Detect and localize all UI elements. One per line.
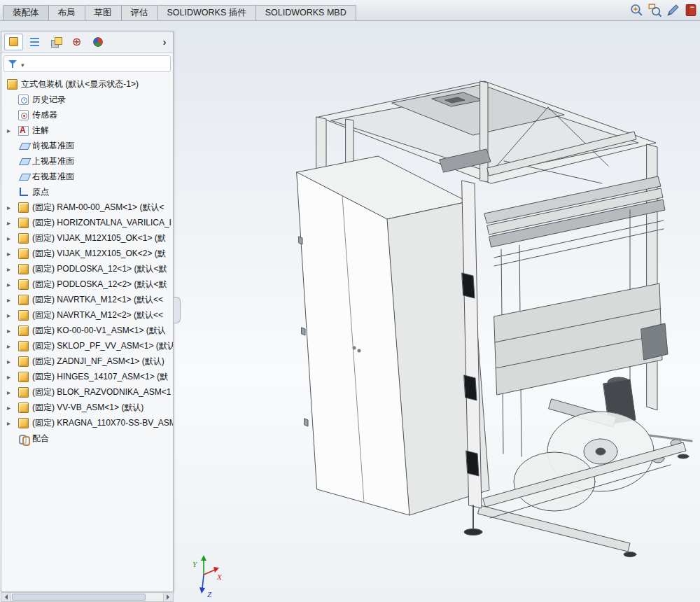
triad-z-label: Z: [207, 590, 212, 598]
tree-horizontal-scrollbar[interactable]: [1, 592, 174, 602]
tree-item[interactable]: 注解: [1, 122, 173, 138]
tree-item-label: 传感器: [32, 109, 57, 121]
scrollbar-thumb[interactable]: [12, 594, 146, 601]
ribbon-tab[interactable]: 装配体: [3, 5, 49, 20]
scroll-right-button[interactable]: [163, 593, 173, 601]
zoom-in-icon[interactable]: [629, 3, 644, 18]
filter-bar[interactable]: [4, 55, 171, 72]
expand-arrow-icon[interactable]: [7, 372, 18, 382]
tree-item-label: (固定) BLOK_RAZVODNIKA_ASM<1: [32, 386, 171, 398]
tree-item-label: (固定) HINGES_14107_ASM<1> (默: [32, 371, 168, 383]
expand-arrow-icon[interactable]: [7, 233, 18, 243]
tree-item[interactable]: (固定) NAVRTKA_M12<2> (默认<<: [1, 307, 173, 323]
tree-item[interactable]: 上视基准面: [1, 153, 173, 169]
panel-splitter-handle[interactable]: [174, 297, 181, 323]
tree-item-label: (固定) KO-00-00-V1_ASM<1> (默认: [32, 325, 166, 337]
dimxpertmanager-tab[interactable]: [67, 34, 86, 50]
expand-arrow-icon[interactable]: [7, 356, 18, 366]
tree-item-icon: [18, 402, 29, 413]
expand-arrow-icon[interactable]: [7, 125, 18, 135]
expand-arrow-icon[interactable]: [7, 310, 18, 320]
tree-item[interactable]: (固定) ZADNJI_NF_ASM<1> (默认): [1, 354, 173, 369]
expand-arrow-icon[interactable]: [7, 279, 18, 289]
tree-items: 历史记录 传感器 注解: [1, 92, 173, 446]
tree-root-item[interactable]: 立式包装机 (默认<显示状态-1>): [1, 76, 173, 92]
tree-item[interactable]: (固定) HINGES_14107_ASM<1> (默: [1, 369, 173, 384]
tree-item-icon: [18, 233, 29, 244]
scroll-left-button[interactable]: [1, 593, 11, 601]
ribbon-tab-bar: 装配体 布局 草图 评估 SOLIDWORKS 插件 SOLIDWORKS MB…: [0, 0, 700, 21]
propertymanager-tab[interactable]: [25, 34, 44, 50]
tree-item-label: 注解: [32, 125, 49, 136]
tree-item[interactable]: (固定) PODLOSKA_12<2> (默认<默: [1, 276, 173, 292]
tree-item-icon: [18, 418, 29, 428]
tree-item[interactable]: (固定) SKLOP_PF_VV_ASM<1> (默认: [1, 338, 173, 354]
tree-item-label: (固定) PODLOSKA_12<1> (默认<默: [32, 263, 167, 275]
displaymanager-tab[interactable]: [88, 34, 107, 50]
tree-item[interactable]: (固定) BLOK_RAZVODNIKA_ASM<1: [1, 384, 173, 400]
tree-item[interactable]: (固定) KRAGNA_110X70-SS-BV_ASM: [1, 415, 173, 430]
orientation-triad: Y X Z: [178, 552, 234, 602]
tree-item[interactable]: 历史记录: [1, 92, 173, 107]
ribbon-tab[interactable]: 草图: [85, 5, 122, 20]
featuremanager-tab[interactable]: [4, 34, 23, 50]
expand-arrow-icon[interactable]: [7, 218, 18, 227]
expand-arrow-icon[interactable]: [7, 418, 18, 428]
tree-item[interactable]: 前视基准面: [1, 138, 173, 153]
ribbon-tab[interactable]: SOLIDWORKS MBD: [255, 5, 356, 20]
tree-item-icon: [18, 202, 29, 213]
tree-item-icon: [18, 141, 29, 151]
configurationmanager-tab[interactable]: [46, 34, 65, 50]
solidworks-app-window: Y X Z 装配体 布局 草图 评估 SOLIDWORKS 插件 SOLIDWO…: [0, 0, 700, 602]
expand-arrow-icon[interactable]: [7, 402, 18, 412]
ribbon-tab[interactable]: 评估: [121, 5, 158, 20]
expand-arrow-icon[interactable]: [7, 295, 18, 304]
expand-arrow-icon[interactable]: [7, 326, 18, 335]
tree-item-icon: [18, 110, 29, 120]
tree-item-icon: [18, 356, 29, 367]
filter-funnel-icon[interactable]: [8, 59, 18, 69]
cabinet: [297, 156, 489, 515]
filter-dropdown-caret-icon[interactable]: [21, 57, 24, 70]
tree-item-label: (固定) NAVRTKA_M12<2> (默认<<: [32, 309, 163, 321]
tree-item-icon: [18, 264, 29, 274]
expand-arrow-icon[interactable]: [7, 202, 18, 212]
feature-manager-panel: 立式包装机 (默认<显示状态-1>) 历史记录 传感器: [1, 31, 174, 592]
ribbon-tab[interactable]: 布局: [48, 5, 85, 20]
tree-item-icon: [18, 187, 29, 197]
tree-item[interactable]: (固定) PODLOSKA_12<1> (默认<默: [1, 261, 173, 276]
panel-tab-strip: [1, 31, 173, 52]
tree-item[interactable]: (固定) VV-VB_ASM<1> (默认): [1, 400, 173, 415]
ribbon-tab[interactable]: SOLIDWORKS 插件: [158, 5, 256, 20]
tree-item-label: (固定) VIJAK_M12X105_OK<1> (默: [32, 232, 166, 244]
displaymanager-icon: [93, 37, 103, 47]
tree-item-label: (固定) VV-VB_ASM<1> (默认): [32, 402, 144, 414]
tree-item[interactable]: 传感器: [1, 107, 173, 122]
annotate-icon[interactable]: [666, 3, 680, 18]
expand-arrow-icon[interactable]: [7, 248, 18, 258]
tree-item[interactable]: 配合: [1, 430, 173, 446]
tree-item-label: 前视基准面: [32, 140, 74, 152]
tree-item-icon: [18, 218, 29, 228]
tree-item[interactable]: 原点: [1, 184, 173, 200]
tree-item[interactable]: (固定) VIJAK_M12X105_OK<1> (默: [1, 230, 173, 246]
tree-item-label: (固定) SKLOP_PF_VV_ASM<1> (默认: [32, 340, 173, 352]
tree-item[interactable]: (固定) RAM-00-00_ASM<1> (默认<: [1, 200, 173, 215]
tree-item-icon: [18, 125, 29, 136]
panel-flyout-chevron-icon[interactable]: [159, 34, 170, 50]
tree-item-icon: [18, 248, 29, 259]
tree-item[interactable]: (固定) VIJAK_M12X105_OK<2> (默: [1, 246, 173, 261]
help-book-icon[interactable]: [684, 3, 699, 18]
expand-arrow-icon[interactable]: [7, 341, 18, 351]
scrollbar-track[interactable]: [11, 593, 163, 601]
tree-item-icon: [18, 433, 29, 444]
zoom-to-area-icon[interactable]: [648, 3, 662, 18]
tree-item[interactable]: 右视基准面: [1, 169, 173, 184]
tree-item-icon: [18, 279, 29, 290]
tree-item-label: 配合: [32, 433, 49, 444]
tree-item[interactable]: (固定) NAVRTKA_M12<1> (默认<<: [1, 292, 173, 307]
tree-item[interactable]: (固定) KO-00-00-V1_ASM<1> (默认: [1, 323, 173, 338]
expand-arrow-icon[interactable]: [7, 387, 18, 397]
tree-item[interactable]: (固定) HORIZONTALNA_VARILICA_I: [1, 215, 173, 230]
expand-arrow-icon[interactable]: [7, 264, 18, 274]
